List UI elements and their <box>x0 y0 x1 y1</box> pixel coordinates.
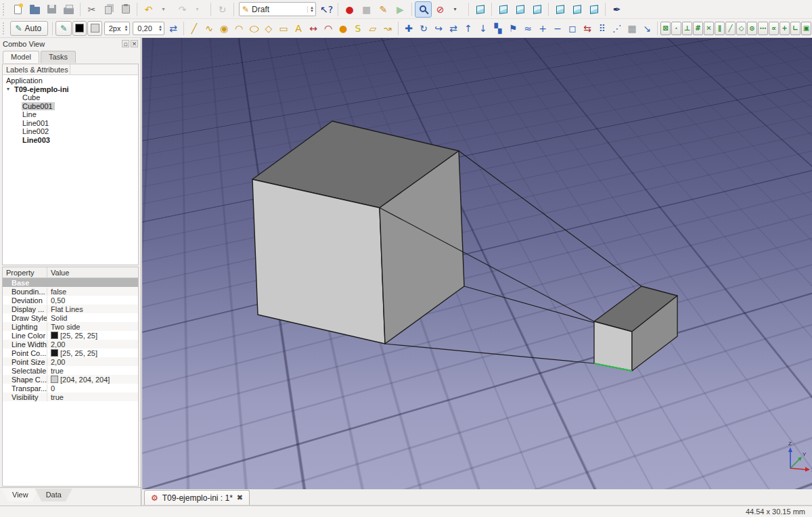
draft-rotate-icon[interactable]: ↻ <box>416 20 431 37</box>
tab-view[interactable]: View <box>1 489 39 501</box>
snap-lock-icon[interactable]: ⊠ <box>660 22 671 35</box>
macro-edit-icon[interactable]: ✎ <box>375 1 392 18</box>
tree-item-cube001[interactable]: Cube001 <box>3 102 138 111</box>
snap-midpoint-icon[interactable]: ∙ <box>671 22 681 35</box>
new-file-icon[interactable] <box>9 1 26 18</box>
undock-button[interactable]: ▫ <box>122 40 129 47</box>
redo-caret-icon[interactable]: ▾ <box>191 1 208 18</box>
snap-perpendicular-icon[interactable]: ⊥ <box>682 22 692 35</box>
copy-icon[interactable] <box>100 1 117 18</box>
draft-arc-icon[interactable]: ◠ <box>231 20 246 37</box>
snap-workingplane-icon[interactable]: ▣ <box>801 22 811 35</box>
line-width-spinner[interactable]: ▲▼ <box>124 25 128 32</box>
draft-point-icon[interactable]: ● <box>336 20 351 37</box>
set-style-icon[interactable]: ✎ <box>55 21 72 36</box>
macro-play-icon[interactable]: ▶ <box>392 1 409 18</box>
undo-icon[interactable]: ↶ <box>140 1 157 18</box>
save-icon[interactable] <box>43 1 60 18</box>
snap-near-icon[interactable]: ⋯ <box>758 22 768 35</box>
tree-item-line[interactable]: Line <box>3 110 138 119</box>
snap-center-icon[interactable]: ⊙ <box>747 22 757 35</box>
close-document-icon[interactable]: ✖ <box>237 493 243 502</box>
view-rear-icon[interactable] <box>551 1 568 18</box>
snap-grid-icon[interactable]: # <box>693 22 703 35</box>
view-bottom-icon[interactable] <box>568 1 585 18</box>
line-color-button[interactable] <box>72 21 87 36</box>
draft-array-icon[interactable]: ⠿ <box>595 20 610 37</box>
tab-tasks[interactable]: Tasks <box>41 51 76 63</box>
redo-icon[interactable]: ↷ <box>174 1 191 18</box>
Display ...[interactable]: Display ... Flat Lines <box>3 305 138 313</box>
line-width-spinbox[interactable]: 2px ▲▼ <box>104 22 131 35</box>
snap-intersection-icon[interactable]: ✕ <box>704 22 714 35</box>
snap-angle-icon[interactable]: ◇ <box>736 22 746 35</box>
draft-upgrade-icon[interactable]: ↑ <box>461 20 476 37</box>
undo-caret-icon[interactable]: ▾ <box>157 1 174 18</box>
tree-item-document[interactable]: ▾ T09-ejemplo-ini <box>3 85 138 94</box>
autogroup-button[interactable]: ✎ Auto <box>10 21 48 36</box>
refresh-icon[interactable]: ↻ <box>214 1 231 18</box>
macro-record-icon[interactable]: ● <box>341 1 358 18</box>
draft-shape2dview-icon[interactable]: ◻ <box>565 20 580 37</box>
view-axonometric-icon[interactable] <box>472 1 489 18</box>
snap-ortho-icon[interactable]: ∟ <box>790 22 800 35</box>
tree-item-line002[interactable]: Line002 <box>3 127 138 136</box>
draft-offset-icon[interactable]: ↪ <box>431 20 446 37</box>
Transpar...[interactable]: Transpar... 0 <box>3 384 138 392</box>
Lighting[interactable]: Lighting Two side <box>3 322 138 331</box>
Selectable[interactable]: Selectable true <box>3 366 138 375</box>
view-right-icon[interactable] <box>528 1 545 18</box>
line003-object[interactable] <box>385 344 594 363</box>
draft-move-icon[interactable]: ✚ <box>401 20 416 37</box>
line-object[interactable] <box>459 151 641 286</box>
Point Co...[interactable]: Point Co... [25, 25, 25] <box>3 349 138 357</box>
zoom-fit-icon[interactable] <box>415 1 432 18</box>
Base[interactable]: Base <box>3 278 138 287</box>
toolbar-grip[interactable] <box>3 22 6 35</box>
tree-item-line001[interactable]: Line001 <box>3 119 138 128</box>
snap-extension-icon[interactable]: ∝ <box>769 22 779 35</box>
draft-add-point-icon[interactable]: + <box>535 20 550 37</box>
whats-this-icon[interactable]: ↖? <box>318 1 335 18</box>
draft-circle-icon[interactable]: ◉ <box>217 20 231 37</box>
draft-to-sketch-icon[interactable]: ⇆ <box>580 20 595 37</box>
tab-model[interactable]: Model <box>3 51 39 63</box>
workbench-spinner[interactable]: ▲▼ <box>307 6 314 13</box>
draft-shapestring-icon[interactable]: S <box>351 20 365 37</box>
draft-polygon-icon[interactable]: ◇ <box>261 20 276 37</box>
draft-drawing-view-icon[interactable]: ↘ <box>639 20 654 37</box>
cut-icon[interactable]: ✂ <box>83 1 100 18</box>
draft-clone-icon[interactable]: ▦ <box>625 20 639 37</box>
draft-dimension-icon[interactable]: ↔ <box>306 20 321 37</box>
toolbar-grip[interactable] <box>3 3 7 16</box>
draft-bezier-icon[interactable]: ↝ <box>380 20 395 37</box>
draft-downgrade-icon[interactable]: ↓ <box>476 20 491 37</box>
close-button[interactable]: ✕ <box>131 40 138 47</box>
draft-path-array-icon[interactable]: ⋰ <box>610 20 625 37</box>
draw-style-icon[interactable]: ⊘ <box>432 1 449 18</box>
line002-object[interactable] <box>464 286 595 323</box>
draw-style-caret-icon[interactable]: ▾ <box>449 1 466 18</box>
view-front-icon[interactable] <box>495 1 512 18</box>
print-icon[interactable] <box>60 1 77 18</box>
Point Size[interactable]: Point Size 2,00 <box>3 357 138 366</box>
draft-bspline-icon[interactable]: ◠ <box>321 20 336 37</box>
tree-item-line003[interactable]: Line003 <box>3 136 138 145</box>
draft-scale-icon[interactable]: ▚ <box>491 20 505 37</box>
draft-line-icon[interactable]: ╱ <box>187 20 202 37</box>
Line Width[interactable]: Line Width 2,00 <box>3 340 138 349</box>
draft-text-icon[interactable]: A <box>291 20 306 37</box>
document-tab[interactable]: ⚙ T09-ejemplo-ini : 1* ✖ <box>144 490 250 505</box>
macro-stop-icon[interactable]: ■ <box>358 1 375 18</box>
draft-rectangle-icon[interactable]: ▭ <box>276 20 291 37</box>
tree-item-application[interactable]: Application <box>3 76 138 85</box>
face-color-button[interactable] <box>87 21 102 36</box>
open-file-icon[interactable] <box>26 1 43 18</box>
measure-icon[interactable]: ✒ <box>608 1 625 18</box>
Visibility[interactable]: Visibility true <box>3 392 138 401</box>
view-top-icon[interactable] <box>512 1 528 18</box>
draft-delete-point-icon[interactable]: − <box>550 20 565 37</box>
view-left-icon[interactable] <box>585 1 602 18</box>
snap-endpoint-icon[interactable]: ╱ <box>725 22 736 35</box>
workbench-selector[interactable]: ✎ Draft ▲▼ <box>239 2 316 16</box>
